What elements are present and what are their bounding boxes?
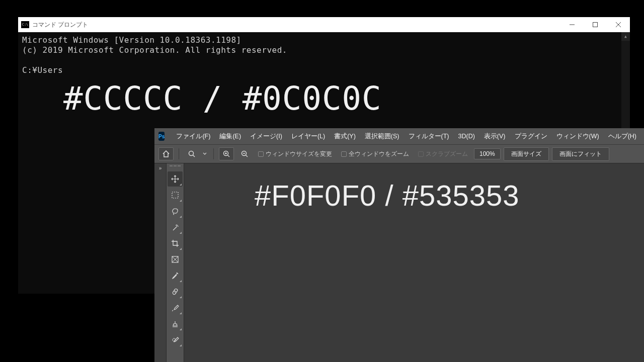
minimize-button[interactable] [560,17,584,32]
zoom-in-button[interactable] [219,147,234,160]
tool-preset-group [184,147,208,160]
magic-wand-tool[interactable] [168,220,183,235]
ps-canvas-area[interactable]: #F0F0F0 / #535353 [184,163,644,362]
ps-panel-tabstrip[interactable]: » [154,163,167,362]
frame-tool[interactable] [168,252,183,267]
svg-rect-4 [172,192,178,198]
ps-color-annotation: #F0F0F0 / #535353 [255,178,519,212]
svg-rect-0 [593,23,598,27]
menu-type[interactable]: 書式(Y) [330,130,360,143]
toolbar-grip-icon[interactable] [169,165,182,168]
eyedropper-tool[interactable] [168,268,183,283]
menu-file[interactable]: ファイル(F) [172,130,215,143]
menu-select[interactable]: 選択範囲(S) [360,130,404,143]
scrubby-zoom-label: スクラブズーム [426,150,468,158]
menu-plugins[interactable]: プラグイン [510,130,552,143]
ps-workspace: » [154,163,644,362]
cmd-output-line: (c) 2019 Microsoft Corporation. All righ… [22,45,626,55]
resize-windows-label: ウィンドウサイズを変更 [266,150,332,158]
menu-image[interactable]: イメージ(I) [246,130,287,143]
checkbox-icon [418,151,424,157]
ps-menubar: Ps ファイル(F) 編集(E) イメージ(I) レイヤー(L) 書式(Y) 選… [154,128,644,144]
home-button[interactable] [158,147,174,160]
maximize-button[interactable] [584,17,607,32]
history-brush-tool[interactable] [168,332,183,347]
zoom-out-button[interactable] [237,147,252,160]
cmd-window-buttons [560,17,630,32]
menu-3d[interactable]: 3D(D) [454,131,479,142]
zoom-all-label: 全ウィンドウをズーム [349,150,409,158]
checkbox-icon [341,151,347,157]
menu-edit[interactable]: 編集(E) [215,130,246,143]
search-icon[interactable] [184,147,199,160]
menu-filter[interactable]: フィルター(T) [404,130,454,143]
scrubby-zoom-checkbox: スクラブズーム [418,150,468,158]
menu-layer[interactable]: レイヤー(L) [287,130,330,143]
svg-point-1 [189,151,194,156]
photoshop-window: Ps ファイル(F) 編集(E) イメージ(I) レイヤー(L) 書式(Y) 選… [154,128,644,362]
cmd-app-icon [21,21,29,28]
cmd-prompt-line: C:¥Users [22,65,626,75]
photoshop-logo-icon: Ps [158,132,165,141]
marquee-tool[interactable] [168,188,183,203]
lasso-tool[interactable] [168,204,183,219]
fit-screen-button[interactable]: 画面にフィット [552,147,609,161]
clone-stamp-tool[interactable] [168,316,183,331]
cmd-color-annotation: #CCCCC / #0C0C0C [63,80,382,117]
menu-view[interactable]: 表示(V) [479,130,510,143]
chevron-down-icon[interactable] [201,147,208,160]
ps-options-bar: ウィンドウサイズを変更 全ウィンドウをズーム スクラブズーム 100% 画面サイ… [154,144,644,163]
cmd-output-line: Microsoft Windows [Version 10.0.18363.11… [22,35,626,45]
brush-tool[interactable] [168,300,183,315]
resize-windows-checkbox[interactable]: ウィンドウサイズを変更 [258,150,332,158]
zoom-level-button[interactable]: 100% [474,148,501,159]
divider [213,148,214,159]
menu-help[interactable]: ヘルプ(H) [604,130,641,143]
checkbox-icon [258,151,264,157]
cmd-output-line [22,55,626,65]
ps-toolbar [167,163,184,362]
scrollbar-up-icon[interactable]: ▲ [621,32,630,41]
healing-brush-tool[interactable] [168,284,183,299]
cmd-titlebar[interactable]: コマンド プロンプト [18,17,630,32]
zoom-all-checkbox[interactable]: 全ウィンドウをズーム [341,150,409,158]
divider [179,148,179,159]
screen-size-button[interactable]: 画面サイズ [504,147,549,161]
cmd-title: コマンド プロンプト [32,21,88,29]
move-tool[interactable] [168,171,183,187]
close-button[interactable] [607,17,630,32]
crop-tool[interactable] [168,236,183,251]
menu-window[interactable]: ウィンドウ(W) [552,130,604,143]
